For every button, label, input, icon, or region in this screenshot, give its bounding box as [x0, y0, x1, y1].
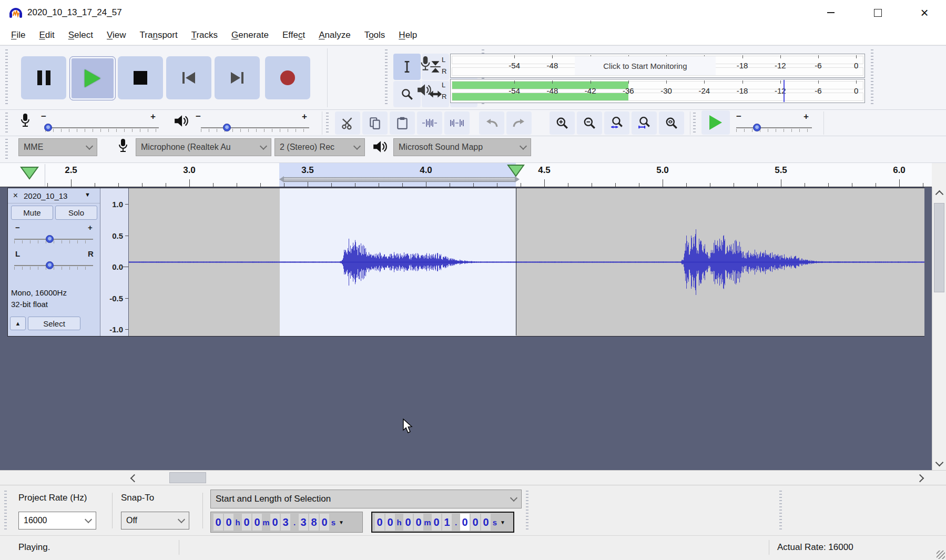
time-digit[interactable]: .: [291, 514, 298, 531]
timeline-selection-bar[interactable]: [283, 177, 516, 182]
playback-device-combo[interactable]: Microsoft Sound Mapp: [393, 138, 531, 156]
time-digit[interactable]: 0: [252, 514, 262, 531]
vertical-scrollbar[interactable]: [932, 187, 946, 470]
speed-slider[interactable]: [736, 127, 812, 128]
waveform-area[interactable]: [129, 188, 924, 336]
play-button[interactable]: [69, 56, 116, 100]
resize-grip[interactable]: [937, 551, 945, 559]
time-display-grip[interactable]: [779, 491, 782, 531]
pause-button[interactable]: [21, 56, 66, 99]
time-digit[interactable]: 0: [481, 514, 491, 531]
time-digit[interactable]: 0: [414, 514, 423, 531]
menu-item-file[interactable]: File: [4, 27, 32, 44]
selection-toolbar-grip[interactable]: [4, 491, 7, 531]
time-digit[interactable]: 0: [320, 514, 329, 531]
time-digit[interactable]: s: [491, 514, 499, 531]
menu-item-view[interactable]: View: [100, 27, 133, 44]
copy-button[interactable]: [362, 111, 388, 135]
dropdown-arrow-icon[interactable]: ▼: [339, 520, 344, 525]
time-digit[interactable]: 0: [471, 514, 480, 531]
time-digit[interactable]: 0: [432, 514, 441, 531]
time-digit[interactable]: h: [234, 514, 241, 531]
track-close-button[interactable]: ×: [11, 191, 20, 200]
selection-tool-button[interactable]: [393, 54, 421, 80]
tools-toolbar-grip[interactable]: [385, 49, 388, 105]
recording-device-combo[interactable]: Microphone (Realtek Au: [136, 138, 271, 156]
menu-item-transport[interactable]: Transport: [133, 27, 185, 44]
speed-slider-thumb[interactable]: [753, 124, 761, 131]
skip-to-end-button[interactable]: [215, 56, 260, 99]
playback-meter[interactable]: -54-48-42-36-30-24-18-12-60: [450, 79, 865, 103]
time-toolbar-grip[interactable]: [526, 491, 528, 531]
time-digit[interactable]: m: [262, 514, 270, 531]
fit-project-button[interactable]: [632, 111, 657, 135]
play-at-speed-grip[interactable]: [693, 113, 696, 134]
time-digit[interactable]: 0: [242, 514, 251, 531]
time-digit[interactable]: 3: [281, 514, 290, 531]
paste-button[interactable]: [390, 111, 415, 135]
device-toolbar-grip[interactable]: [5, 139, 8, 159]
horizontal-scroll-thumb[interactable]: [169, 472, 206, 483]
record-volume-thumb[interactable]: [44, 124, 52, 131]
silence-audio-button[interactable]: [444, 111, 470, 135]
time-digit[interactable]: 0: [375, 514, 384, 531]
audio-host-combo[interactable]: MME: [18, 138, 97, 156]
track-menu-arrow-icon[interactable]: ▼: [85, 191, 90, 198]
time-digit[interactable]: m: [424, 514, 431, 531]
selection-start-field[interactable]: 00h00m03.380s▼: [210, 512, 363, 533]
menu-item-edit[interactable]: Edit: [32, 27, 61, 44]
time-digit[interactable]: h: [395, 514, 403, 531]
track-select-button[interactable]: Select: [28, 317, 80, 330]
timeline-pin-icon[interactable]: [19, 166, 40, 180]
scroll-right-icon[interactable]: [917, 475, 923, 481]
zoom-out-button[interactable]: [577, 111, 602, 135]
snap-to-combo[interactable]: Off: [121, 512, 189, 530]
record-button[interactable]: [265, 56, 310, 99]
menu-item-tools[interactable]: Tools: [358, 27, 392, 44]
time-digit[interactable]: 0: [270, 514, 280, 531]
playback-volume-slider[interactable]: [201, 127, 309, 128]
gain-slider-thumb[interactable]: [46, 235, 54, 243]
horizontal-scrollbar[interactable]: [0, 470, 946, 485]
transport-toolbar-grip[interactable]: [5, 49, 8, 105]
track-title[interactable]: 2020_10_13: [24, 191, 67, 200]
time-digit[interactable]: .: [452, 514, 460, 531]
zoom-selection-button[interactable]: [604, 111, 629, 135]
recording-channels-combo[interactable]: 2 (Stereo) Rec: [274, 138, 365, 156]
time-digit[interactable]: 8: [309, 514, 319, 531]
timeline-ruler[interactable]: 2.53.03.54.04.55.05.56.0: [0, 163, 932, 187]
scroll-up-icon[interactable]: [937, 191, 942, 197]
menu-item-help[interactable]: Help: [392, 27, 424, 44]
edit-toolbar-grip[interactable]: [326, 113, 329, 134]
trim-audio-button[interactable]: [417, 111, 442, 135]
time-digit[interactable]: 3: [299, 514, 308, 531]
recording-meter[interactable]: -54-48-42-36-30-24-18-12-60Click to Star…: [450, 54, 865, 78]
redo-button[interactable]: [506, 111, 532, 135]
cut-button[interactable]: [335, 111, 360, 135]
menu-item-analyze[interactable]: Analyze: [312, 27, 357, 44]
zoom-toggle-button[interactable]: [659, 111, 684, 135]
menu-item-select[interactable]: Select: [62, 27, 100, 44]
time-digit[interactable]: 0: [460, 514, 470, 531]
mixer-toolbar-grip[interactable]: [5, 113, 8, 134]
vertical-scroll-thumb[interactable]: [934, 203, 944, 292]
scroll-down-icon[interactable]: [937, 460, 942, 465]
scroll-left-icon[interactable]: [131, 475, 137, 481]
undo-button[interactable]: [479, 111, 504, 135]
record-volume-slider[interactable]: [45, 127, 159, 128]
meter-right-grip[interactable]: [871, 49, 873, 105]
pan-slider-thumb[interactable]: [46, 261, 54, 269]
minimize-button[interactable]: [814, 0, 848, 25]
time-digit[interactable]: 0: [213, 514, 223, 531]
solo-button[interactable]: Solo: [55, 206, 97, 220]
play-at-speed-button[interactable]: [701, 110, 730, 135]
skip-to-start-button[interactable]: [166, 56, 211, 99]
project-rate-combo[interactable]: 16000: [18, 512, 96, 530]
maximize-button[interactable]: [861, 0, 894, 25]
menu-item-effect[interactable]: Effect: [276, 27, 312, 44]
time-digit[interactable]: 0: [385, 514, 395, 531]
gain-slider[interactable]: [14, 239, 93, 240]
time-digit[interactable]: 0: [403, 514, 413, 531]
waveform-canvas[interactable]: [129, 188, 924, 336]
track-collapse-button[interactable]: ▲: [10, 317, 26, 330]
